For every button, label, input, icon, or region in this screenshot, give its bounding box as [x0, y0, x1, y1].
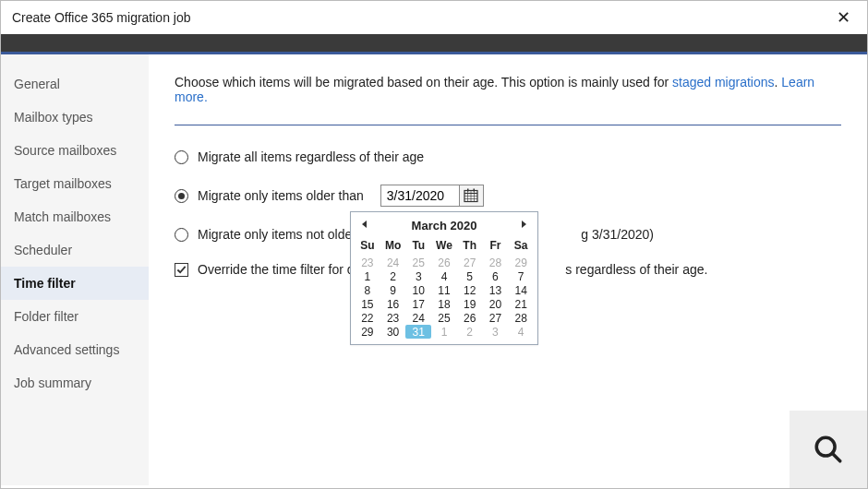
calendar-button[interactable] — [459, 185, 483, 206]
calendar-day[interactable]: 2 — [457, 325, 483, 339]
calendar-day[interactable]: 5 — [457, 269, 483, 283]
sidebar: GeneralMailbox typesSource mailboxesTarg… — [1, 54, 149, 485]
calendar-day[interactable]: 13 — [483, 283, 509, 297]
calendar-day[interactable]: 22 — [355, 311, 380, 325]
calendar-day[interactable]: 8 — [355, 283, 380, 297]
calendar-day[interactable]: 20 — [483, 297, 509, 311]
sidebar-item-general[interactable]: General — [1, 67, 149, 101]
separator — [175, 125, 841, 125]
date-input[interactable] — [381, 185, 459, 206]
intro-text: Choose which items will be migrated base… — [175, 75, 841, 104]
sidebar-item-job-summary[interactable]: Job summary — [1, 366, 149, 400]
calendar-day[interactable]: 16 — [380, 297, 406, 311]
calendar-title: March 2020 — [412, 219, 477, 233]
content-area: Choose which items will be migrated base… — [149, 54, 867, 485]
calendar-day[interactable]: 19 — [457, 297, 483, 311]
intro-prefix: Choose which items will be migrated base… — [175, 75, 672, 89]
calendar-day[interactable]: 1 — [431, 325, 457, 339]
close-icon[interactable]: ✕ — [829, 4, 858, 31]
checkbox-override[interactable] — [175, 263, 188, 277]
staged-migrations-link[interactable]: staged migrations — [672, 75, 775, 89]
radio-not-older-than[interactable] — [175, 228, 188, 242]
sidebar-item-advanced-settings[interactable]: Advanced settings — [1, 333, 149, 366]
calendar-day[interactable]: 11 — [431, 283, 457, 297]
sidebar-item-scheduler[interactable]: Scheduler — [1, 233, 149, 267]
calendar-popup: March 2020 SuMoTuWeThFrSa232425262728291… — [350, 211, 538, 345]
calendar-day[interactable]: 3 — [405, 269, 431, 283]
calendar-dow: We — [431, 235, 457, 256]
sidebar-item-time-filter[interactable]: Time filter — [1, 267, 149, 300]
calendar-day[interactable]: 15 — [355, 297, 380, 311]
calendar-day[interactable]: 2 — [380, 269, 406, 283]
calendar-dow: Mo — [380, 235, 406, 256]
calendar-next-icon[interactable] — [515, 217, 532, 233]
svg-marker-10 — [522, 221, 526, 228]
radio-older-than[interactable] — [175, 189, 188, 203]
calendar-day[interactable]: 25 — [431, 311, 457, 325]
label-migrate-all: Migrate all items regardless of their ag… — [198, 149, 424, 164]
calendar-day[interactable]: 23 — [380, 311, 406, 325]
calendar-day[interactable]: 25 — [405, 256, 431, 269]
date-input-wrap — [380, 185, 484, 207]
sidebar-item-match-mailboxes[interactable]: Match mailboxes — [1, 200, 149, 233]
calendar-prev-icon[interactable] — [356, 217, 373, 233]
calendar-day[interactable]: 23 — [355, 256, 380, 269]
label-older-than: Migrate only items older than — [198, 188, 364, 203]
label-override-suffix: s regardless of their age. — [565, 262, 707, 277]
calendar-day[interactable]: 28 — [483, 256, 509, 269]
calendar-day[interactable]: 4 — [431, 269, 457, 283]
search-icon — [813, 434, 844, 465]
calendar-day[interactable]: 26 — [457, 311, 483, 325]
calendar-dow: Fr — [483, 235, 509, 256]
calendar-day[interactable]: 14 — [508, 283, 534, 297]
calendar-dow: Sa — [508, 235, 534, 256]
svg-rect-8 — [474, 189, 476, 192]
sidebar-item-target-mailboxes[interactable]: Target mailboxes — [1, 167, 149, 200]
svg-marker-9 — [362, 221, 367, 228]
calendar-day[interactable]: 24 — [405, 311, 431, 325]
calendar-day[interactable]: 7 — [508, 269, 534, 283]
calendar-day[interactable]: 10 — [405, 283, 431, 297]
label-override-prefix: Override the time filter for cont — [198, 262, 371, 277]
calendar-day[interactable]: 29 — [355, 325, 380, 339]
search-corner[interactable] — [790, 411, 867, 488]
radio-migrate-all[interactable] — [175, 150, 188, 164]
calendar-icon — [464, 188, 478, 203]
svg-rect-7 — [467, 189, 469, 192]
calendar-day[interactable]: 1 — [355, 269, 380, 283]
window-title: Create Office 365 migration job — [12, 10, 191, 25]
calendar-day[interactable]: 6 — [483, 269, 509, 283]
header-bar — [1, 34, 867, 54]
calendar-day[interactable]: 12 — [457, 283, 483, 297]
calendar-dow: Th — [457, 235, 483, 256]
calendar-day[interactable]: 21 — [508, 297, 534, 311]
calendar-day[interactable]: 28 — [508, 311, 534, 325]
calendar-day[interactable]: 9 — [380, 283, 406, 297]
calendar-day[interactable]: 3 — [483, 325, 509, 339]
sidebar-item-folder-filter[interactable]: Folder filter — [1, 300, 149, 333]
sidebar-item-source-mailboxes[interactable]: Source mailboxes — [1, 134, 149, 167]
calendar-dow: Su — [355, 235, 380, 256]
calendar-day[interactable]: 26 — [431, 256, 457, 269]
calendar-day[interactable]: 18 — [431, 297, 457, 311]
calendar-day[interactable]: 27 — [457, 256, 483, 269]
sidebar-item-mailbox-types[interactable]: Mailbox types — [1, 101, 149, 134]
calendar-day[interactable]: 24 — [380, 256, 406, 269]
calendar-dow: Tu — [405, 235, 431, 256]
calendar-day[interactable]: 17 — [405, 297, 431, 311]
calendar-day[interactable]: 30 — [380, 325, 406, 339]
svg-line-12 — [832, 453, 840, 461]
calendar-day[interactable]: 4 — [508, 325, 534, 339]
calendar-day[interactable]: 31 — [405, 325, 431, 339]
calendar-day[interactable]: 29 — [508, 256, 534, 269]
calendar-day[interactable]: 27 — [483, 311, 509, 325]
label-not-older-than-suffix: g 3/31/2020) — [581, 227, 654, 242]
